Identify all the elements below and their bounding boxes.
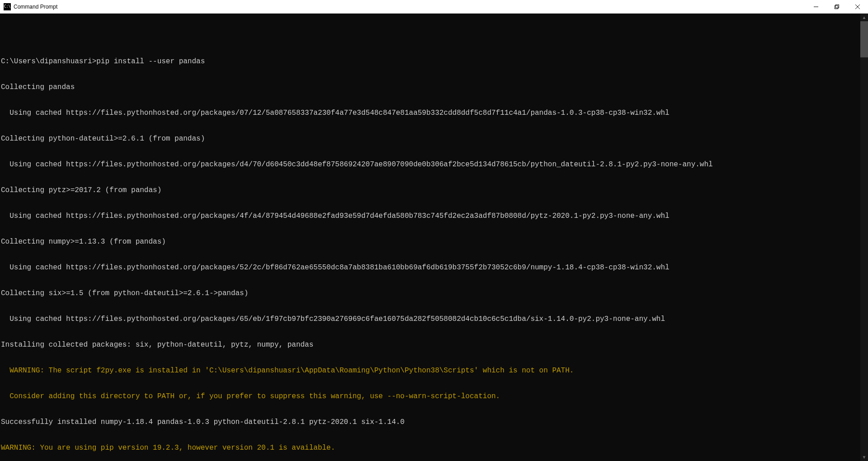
svg-rect-2 [836, 5, 839, 8]
output-line: Collecting numpy>=1.13.3 (from pandas) [1, 238, 860, 246]
scroll-up-icon[interactable]: ▲ [860, 14, 868, 21]
window-controls [806, 0, 868, 14]
command-line: C:\Users\dipanshuasri>pip install --user… [1, 57, 860, 66]
warning-line: Consider adding this directory to PATH o… [1, 392, 860, 401]
prompt: C:\Users\dipanshuasri> [1, 57, 96, 66]
window-title: Command Prompt [14, 4, 806, 10]
output-line: Collecting pytz>=2017.2 (from pandas) [1, 186, 860, 195]
minimize-button[interactable] [806, 0, 826, 14]
scroll-thumb[interactable] [860, 21, 868, 57]
console-wrap: C:\Users\dipanshuasri>pip install --user… [0, 14, 868, 461]
output-line: Installing collected packages: six, pyth… [1, 341, 860, 349]
output-line: Using cached https://files.pythonhosted.… [1, 212, 860, 221]
warning-line: WARNING: The script f2py.exe is installe… [1, 367, 860, 375]
maximize-button[interactable] [826, 0, 847, 14]
output-line: Using cached https://files.pythonhosted.… [1, 263, 860, 272]
close-button[interactable] [847, 0, 868, 14]
cmd-icon: C:\ [4, 3, 11, 10]
output-line: Using cached https://files.pythonhosted.… [1, 109, 860, 118]
output-line: Collecting pandas [1, 83, 860, 92]
output-line: Collecting six>=1.5 (from python-dateuti… [1, 289, 860, 298]
entered-command: pip install --user pandas [96, 57, 205, 66]
output-line: Collecting python-dateutil>=2.6.1 (from … [1, 135, 860, 143]
svg-rect-1 [835, 5, 838, 9]
terminal-output[interactable]: C:\Users\dipanshuasri>pip install --user… [0, 14, 860, 461]
warning-line: WARNING: You are using pip version 19.2.… [1, 444, 860, 452]
output-line: Using cached https://files.pythonhosted.… [1, 315, 860, 324]
output-line: Using cached https://files.pythonhosted.… [1, 160, 860, 169]
title-bar: C:\ Command Prompt [0, 0, 868, 14]
success-line: Successfully installed numpy-1.18.4 pand… [1, 418, 860, 427]
scroll-down-icon[interactable]: ▼ [860, 453, 868, 461]
scrollbar[interactable]: ▲ ▼ [860, 14, 868, 461]
